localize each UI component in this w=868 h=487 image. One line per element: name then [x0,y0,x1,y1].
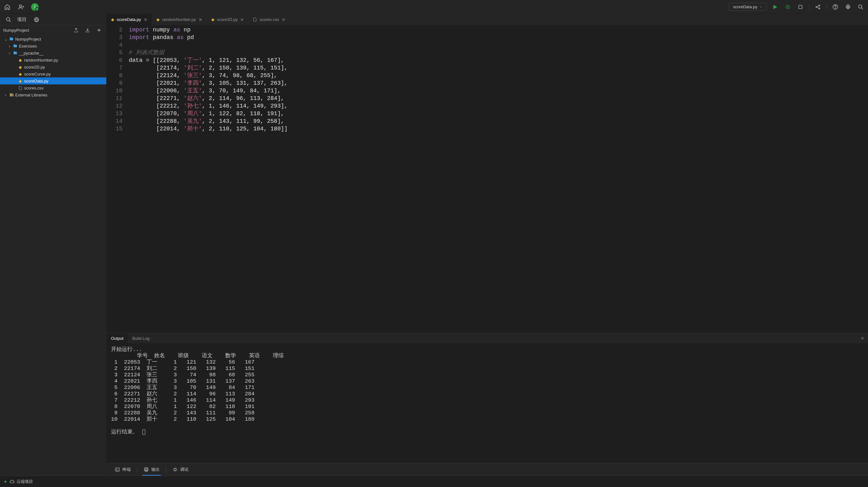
bt-debug[interactable]: 调试 [169,463,192,476]
editor-tab[interactable]: scores.csv✕ [248,14,290,25]
tree-folder[interactable]: ›__pycache__ [0,50,106,57]
editor-tab[interactable]: ◆randomNumber.py✕ [152,14,207,25]
project-label: 项目 [17,17,27,23]
bt-terminal-label: 终端 [122,467,131,473]
add-user-icon[interactable] [17,3,25,11]
home-icon[interactable] [3,3,11,11]
help-icon[interactable] [831,3,839,11]
project-root-label: NumpyProject [3,28,29,33]
sidebar-header: 项目 [0,14,106,25]
terminal-icon [115,467,120,472]
bottom-toolbar: 终端 输出 调试 [106,463,868,476]
close-icon[interactable]: ✕ [282,17,285,22]
editor-tab[interactable]: ◆scoreData.py✕ [106,14,152,25]
tree-root[interactable]: ⌄NumpyProject [0,35,106,42]
titlebar: 1 scoreData.py [0,0,868,14]
bt-debug-label: 调试 [180,467,188,473]
close-icon[interactable]: ✕ [240,17,244,22]
tree-file[interactable]: ◆score2D.py [0,63,106,70]
statusbar-cloud-label: 云端项目 [17,479,33,484]
upload-icon[interactable] [72,26,80,34]
svg-point-9 [859,5,862,8]
run-config-label: scoreData.py [733,4,757,9]
svg-point-8 [847,6,849,8]
svg-point-0 [19,5,22,7]
svg-rect-12 [116,468,119,471]
globe-icon[interactable] [32,16,41,24]
share-icon[interactable] [814,3,822,11]
tree-file[interactable]: ◆scoreCurve.py [0,70,106,78]
avatar-label: 1 [34,5,36,9]
tree-external-libraries[interactable]: ›External Libraries [0,91,106,98]
bt-terminal[interactable]: 终端 [111,463,134,476]
tab-build-log[interactable]: Build Log [128,333,154,343]
svg-rect-15 [145,470,148,471]
close-icon[interactable]: ✕ [144,17,148,22]
search-icon[interactable] [4,16,13,24]
sidebar: 项目 NumpyProject ⌄NumpyProject›Exercises›… [0,14,106,476]
tree-folder[interactable]: ›Exercises [0,42,106,50]
chevron-down-icon [759,5,762,8]
download-icon[interactable] [84,26,92,34]
printer-icon [144,467,149,472]
bt-output[interactable]: 输出 [140,463,163,476]
code-content[interactable]: import numpy as npimport pandas as pd# 列… [129,26,868,333]
output-panel: Output Build Log ✕ 开始运行... 学号 姓名 班级 语文 数… [106,333,868,463]
search-icon[interactable] [857,3,865,11]
bug-icon [173,467,178,472]
run-icon[interactable] [771,3,779,11]
svg-point-1 [786,6,789,8]
bt-output-label: 输出 [151,467,160,473]
project-name-bar: NumpyProject [0,25,106,35]
avatar[interactable]: 1 [31,3,39,11]
tree-file[interactable]: ◆scoreData.py [0,78,106,84]
editor-tab[interactable]: ◆score2D.py✕ [207,14,249,25]
tab-output-label: Output [111,336,123,341]
run-config-dropdown[interactable]: scoreData.py [729,3,767,11]
editor-tabs: ◆scoreData.py✕◆randomNumber.py✕◆score2D.… [106,14,868,25]
main-area: ◆scoreData.py✕◆randomNumber.py✕◆score2D.… [106,14,868,476]
add-icon[interactable] [95,26,103,34]
code-editor[interactable]: 23456789101112131415 import numpy as npi… [106,25,868,333]
tab-output[interactable]: Output [106,333,128,343]
svg-point-10 [6,18,10,21]
debug-icon[interactable] [784,3,792,11]
tree-file[interactable]: ◆randomNumber.py [0,57,106,63]
output-content[interactable]: 开始运行... 学号 姓名 班级 语文 数学 英语 理综 1 22053 丁一 … [106,343,868,463]
project-tree: ⌄NumpyProject›Exercises›__pycache__◆rand… [0,35,106,476]
panel-close-button[interactable]: ✕ [857,333,868,343]
close-icon[interactable]: ✕ [198,17,203,22]
svg-point-16 [174,468,176,470]
stop-icon[interactable] [796,3,805,11]
svg-rect-2 [799,5,802,8]
settings-icon[interactable] [844,3,852,11]
tab-build-log-label: Build Log [132,336,149,341]
cloud-icon [9,479,14,484]
statusbar: 云端项目 [0,476,868,487]
tree-file[interactable]: scores.csv [0,84,106,91]
line-gutter: 23456789101112131415 [106,26,129,333]
status-dot [4,481,6,483]
